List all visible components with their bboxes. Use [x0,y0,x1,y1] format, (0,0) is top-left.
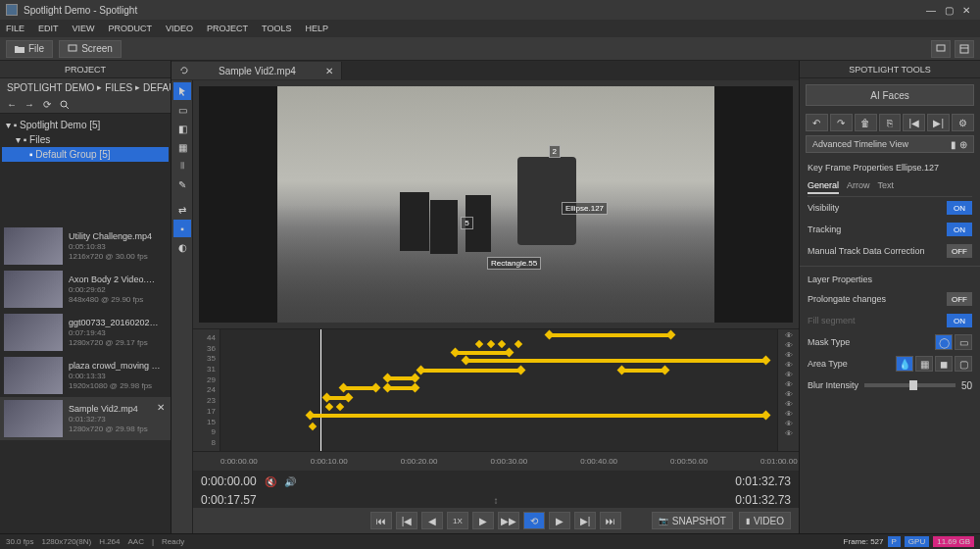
eye-icon[interactable]: 👁 [778,429,799,437]
eye-icon[interactable]: 👁 [778,371,799,378]
eye-icon[interactable]: 👁 [778,361,799,369]
undo-button[interactable]: ↶ [806,114,828,131]
nav-back-button[interactable]: ← [4,98,20,112]
eye-icon[interactable]: 👁 [778,351,799,359]
nav-refresh-button[interactable]: ⟳ [39,98,55,112]
file-button[interactable]: File [6,40,53,58]
annotation-label[interactable]: Ellipse.127 [562,202,608,215]
area-outline-button[interactable]: ▢ [955,356,972,372]
annotation-label[interactable]: 5 [461,217,472,229]
blur-slider[interactable] [864,383,956,387]
layout-button[interactable] [955,40,974,58]
pointer-tool[interactable] [173,82,191,100]
menu-file[interactable]: FILE [6,24,24,33]
menu-help[interactable]: HELP [305,24,328,33]
menu-project[interactable]: PROJECT [207,24,248,33]
prev-kf-button[interactable]: |◀ [903,114,925,131]
area-solid-button[interactable]: ◼ [935,356,953,372]
goto-end-button[interactable]: ⏭ [600,512,621,529]
close-media-icon[interactable]: ✕ [155,400,167,437]
step-forward-button[interactable]: ▶ [549,512,570,529]
loop-button[interactable]: ⟲ [523,512,545,529]
tab-text[interactable]: Text [878,178,895,194]
nav-search-button[interactable] [57,98,73,112]
eye-icon[interactable]: 👁 [778,410,799,418]
media-item[interactable]: Utility Challenge.mp40:05:10:831216x720 … [0,225,171,268]
tab-general[interactable]: General [808,178,839,194]
barcode-tool[interactable]: ⦀ [173,157,191,175]
play-button[interactable]: ▶ [472,512,494,529]
track-area[interactable] [220,329,777,451]
mask-tool[interactable]: ◐ [173,238,191,256]
annotation-label[interactable]: Rectangle.55 [487,257,541,270]
tab-arrow[interactable]: Arrow [847,178,870,194]
area-pixelate-button[interactable]: ▦ [915,356,933,372]
close-button[interactable]: ✕ [958,4,974,16]
menu-product[interactable]: PRODUCT [109,24,153,33]
delete-button[interactable]: 🗑 [855,114,877,131]
save-tool[interactable]: ▪ [173,220,191,237]
screen-button[interactable]: Screen [59,40,122,58]
media-item-active[interactable]: Sample Vid2.mp40:01:32:731280x720 @ 29.9… [0,397,171,440]
fill-segment-toggle[interactable]: ON [947,314,972,327]
menu-video[interactable]: VIDEO [166,24,193,33]
next-kf-button[interactable]: ▶| [927,114,950,131]
eye-icon[interactable]: 👁 [778,420,799,427]
ai-faces-button[interactable]: AI Faces [806,84,974,106]
menu-edit[interactable]: EDIT [38,24,59,33]
eye-icon[interactable]: 👁 [778,400,799,408]
eye-icon[interactable]: 👁 [778,341,799,349]
crop-tool[interactable]: ◧ [173,120,191,137]
media-list[interactable]: Utility Challenge.mp40:05:10:831216x720 … [0,225,171,533]
next-keyframe-button[interactable]: ▶| [574,512,596,529]
maximize-button[interactable]: ▢ [941,4,956,16]
step-back-button[interactable]: ◀ [421,512,443,529]
tree-item[interactable]: ▾ ▪ Files [2,132,169,147]
menu-view[interactable]: VIEW [73,24,95,33]
play-range-button[interactable]: ▶▶ [498,512,519,529]
nav-forward-button[interactable]: → [22,98,37,112]
thumbnail [4,227,63,265]
playhead[interactable] [320,329,321,451]
menu-tools[interactable]: TOOLS [262,24,291,33]
copy-button[interactable]: ⎘ [879,114,902,131]
manual-track-toggle[interactable]: OFF [947,244,972,258]
media-item[interactable]: Axon Body 2 Video.mp40:00:29:62848x480 @… [0,268,171,311]
eye-icon[interactable]: 👁 [778,390,799,398]
tree-item-selected[interactable]: ▪ Default Group [5] [2,147,169,162]
annotation-label[interactable]: 2 [549,145,561,158]
time-ruler[interactable]: 0:00:00.000:00:10.000:00:20.000:00:30.00… [193,451,799,471]
swap-tool[interactable]: ⇄ [173,201,191,219]
redo-button[interactable]: ↷ [830,114,853,131]
advanced-timeline-toggle[interactable]: Advanced Timeline View▮ ⊕ [806,135,974,153]
mask-rect-button[interactable]: ▭ [955,334,972,350]
search-icon [60,100,70,110]
minimize-button[interactable]: — [923,4,939,16]
eye-icon[interactable]: 👁 [778,331,799,339]
tracking-toggle[interactable]: ON [947,223,972,236]
visibility-toggle[interactable]: ON [947,201,972,215]
goto-start-button[interactable]: ⏮ [370,512,392,529]
tree-item[interactable]: ▾ ▪ Spotlight Demo [5] [2,118,169,132]
volume-icon[interactable]: 🔊 [284,476,296,487]
mask-ellipse-button[interactable]: ◯ [935,334,953,350]
video-viewport[interactable]: 2 Ellipse.127 5 Rectangle.55 [199,86,793,323]
rect-tool[interactable]: ▭ [173,101,191,119]
mute-icon[interactable]: 🔇 [265,476,276,487]
snapshot-button[interactable]: 📷 SNAPSHOT [652,512,733,529]
settings-button[interactable]: ⚙ [952,114,974,131]
grid-tool[interactable]: ▦ [173,138,191,156]
export-video-button[interactable]: ▮ VIDEO [739,512,791,529]
text-tool[interactable]: ✎ [173,175,191,193]
eye-icon[interactable]: 👁 [778,380,799,388]
prev-keyframe-button[interactable]: |◀ [396,512,417,529]
media-item[interactable]: ggt00733_20160202150...0:07:19:431280x72… [0,311,171,354]
document-tab[interactable]: Sample Vid2.mp4✕ [172,62,342,79]
speed-button[interactable]: 1X [447,512,468,529]
breadcrumb[interactable]: SPOTLIGHT DEMO▸FILES▸DEFAULT GROUP▸ [0,78,171,96]
area-blur-button[interactable]: 💧 [896,356,913,372]
monitor-button[interactable] [931,40,951,58]
close-tab-icon[interactable]: ✕ [325,66,333,76]
media-item[interactable]: plaza crowd_moving obj...0:00:13:331920x… [0,354,171,397]
prolongate-toggle[interactable]: OFF [947,292,972,306]
